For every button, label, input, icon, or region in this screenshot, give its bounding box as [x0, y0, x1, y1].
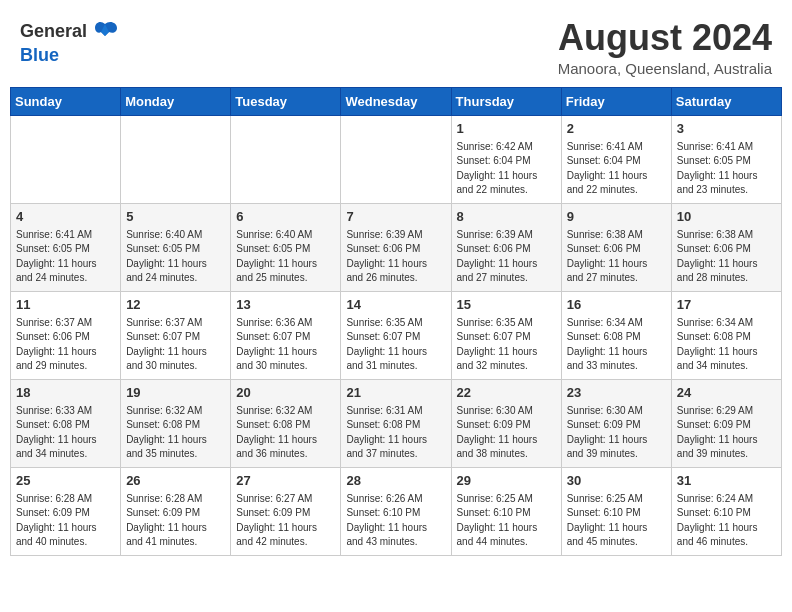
day-number: 27 [236, 472, 335, 490]
day-info: Sunrise: 6:30 AM Sunset: 6:09 PM Dayligh… [457, 404, 556, 462]
calendar-cell: 13Sunrise: 6:36 AM Sunset: 6:07 PM Dayli… [231, 291, 341, 379]
day-info: Sunrise: 6:37 AM Sunset: 6:06 PM Dayligh… [16, 316, 115, 374]
calendar-cell: 31Sunrise: 6:24 AM Sunset: 6:10 PM Dayli… [671, 467, 781, 555]
day-info: Sunrise: 6:41 AM Sunset: 6:04 PM Dayligh… [567, 140, 666, 198]
day-number: 5 [126, 208, 225, 226]
day-info: Sunrise: 6:28 AM Sunset: 6:09 PM Dayligh… [126, 492, 225, 550]
calendar-cell: 18Sunrise: 6:33 AM Sunset: 6:08 PM Dayli… [11, 379, 121, 467]
calendar-cell: 8Sunrise: 6:39 AM Sunset: 6:06 PM Daylig… [451, 203, 561, 291]
calendar-week-row: 1Sunrise: 6:42 AM Sunset: 6:04 PM Daylig… [11, 115, 782, 203]
day-number: 9 [567, 208, 666, 226]
calendar-cell: 22Sunrise: 6:30 AM Sunset: 6:09 PM Dayli… [451, 379, 561, 467]
calendar-cell: 12Sunrise: 6:37 AM Sunset: 6:07 PM Dayli… [121, 291, 231, 379]
logo: General Blue [20, 18, 119, 66]
subtitle: Manoora, Queensland, Australia [558, 60, 772, 77]
day-number: 8 [457, 208, 556, 226]
calendar-cell: 4Sunrise: 6:41 AM Sunset: 6:05 PM Daylig… [11, 203, 121, 291]
calendar-cell: 11Sunrise: 6:37 AM Sunset: 6:06 PM Dayli… [11, 291, 121, 379]
day-number: 15 [457, 296, 556, 314]
calendar-cell [11, 115, 121, 203]
calendar-cell [121, 115, 231, 203]
calendar-cell: 24Sunrise: 6:29 AM Sunset: 6:09 PM Dayli… [671, 379, 781, 467]
day-number: 3 [677, 120, 776, 138]
day-info: Sunrise: 6:42 AM Sunset: 6:04 PM Dayligh… [457, 140, 556, 198]
day-number: 2 [567, 120, 666, 138]
calendar-cell: 7Sunrise: 6:39 AM Sunset: 6:06 PM Daylig… [341, 203, 451, 291]
weekday-header-wednesday: Wednesday [341, 87, 451, 115]
calendar-cell [341, 115, 451, 203]
day-info: Sunrise: 6:35 AM Sunset: 6:07 PM Dayligh… [346, 316, 445, 374]
day-info: Sunrise: 6:32 AM Sunset: 6:08 PM Dayligh… [236, 404, 335, 462]
calendar-cell: 6Sunrise: 6:40 AM Sunset: 6:05 PM Daylig… [231, 203, 341, 291]
calendar-header-row: SundayMondayTuesdayWednesdayThursdayFrid… [11, 87, 782, 115]
day-info: Sunrise: 6:38 AM Sunset: 6:06 PM Dayligh… [677, 228, 776, 286]
day-number: 19 [126, 384, 225, 402]
calendar-cell: 23Sunrise: 6:30 AM Sunset: 6:09 PM Dayli… [561, 379, 671, 467]
day-info: Sunrise: 6:26 AM Sunset: 6:10 PM Dayligh… [346, 492, 445, 550]
day-number: 22 [457, 384, 556, 402]
weekday-header-friday: Friday [561, 87, 671, 115]
calendar-cell: 5Sunrise: 6:40 AM Sunset: 6:05 PM Daylig… [121, 203, 231, 291]
day-info: Sunrise: 6:40 AM Sunset: 6:05 PM Dayligh… [236, 228, 335, 286]
day-number: 23 [567, 384, 666, 402]
calendar-week-row: 4Sunrise: 6:41 AM Sunset: 6:05 PM Daylig… [11, 203, 782, 291]
weekday-header-sunday: Sunday [11, 87, 121, 115]
logo-bird-icon [91, 18, 119, 46]
calendar-cell: 3Sunrise: 6:41 AM Sunset: 6:05 PM Daylig… [671, 115, 781, 203]
day-number: 31 [677, 472, 776, 490]
calendar-cell: 19Sunrise: 6:32 AM Sunset: 6:08 PM Dayli… [121, 379, 231, 467]
day-number: 24 [677, 384, 776, 402]
day-info: Sunrise: 6:25 AM Sunset: 6:10 PM Dayligh… [457, 492, 556, 550]
day-number: 25 [16, 472, 115, 490]
day-info: Sunrise: 6:34 AM Sunset: 6:08 PM Dayligh… [677, 316, 776, 374]
day-number: 4 [16, 208, 115, 226]
day-number: 6 [236, 208, 335, 226]
calendar-cell: 15Sunrise: 6:35 AM Sunset: 6:07 PM Dayli… [451, 291, 561, 379]
day-number: 18 [16, 384, 115, 402]
day-number: 26 [126, 472, 225, 490]
weekday-header-saturday: Saturday [671, 87, 781, 115]
day-info: Sunrise: 6:41 AM Sunset: 6:05 PM Dayligh… [16, 228, 115, 286]
calendar-cell: 25Sunrise: 6:28 AM Sunset: 6:09 PM Dayli… [11, 467, 121, 555]
day-info: Sunrise: 6:28 AM Sunset: 6:09 PM Dayligh… [16, 492, 115, 550]
weekday-header-tuesday: Tuesday [231, 87, 341, 115]
day-number: 28 [346, 472, 445, 490]
day-number: 1 [457, 120, 556, 138]
day-number: 20 [236, 384, 335, 402]
day-info: Sunrise: 6:27 AM Sunset: 6:09 PM Dayligh… [236, 492, 335, 550]
calendar-cell: 16Sunrise: 6:34 AM Sunset: 6:08 PM Dayli… [561, 291, 671, 379]
calendar-week-row: 18Sunrise: 6:33 AM Sunset: 6:08 PM Dayli… [11, 379, 782, 467]
calendar-cell: 1Sunrise: 6:42 AM Sunset: 6:04 PM Daylig… [451, 115, 561, 203]
calendar-table: SundayMondayTuesdayWednesdayThursdayFrid… [10, 87, 782, 556]
day-info: Sunrise: 6:32 AM Sunset: 6:08 PM Dayligh… [126, 404, 225, 462]
day-info: Sunrise: 6:33 AM Sunset: 6:08 PM Dayligh… [16, 404, 115, 462]
calendar-cell: 30Sunrise: 6:25 AM Sunset: 6:10 PM Dayli… [561, 467, 671, 555]
calendar-cell: 29Sunrise: 6:25 AM Sunset: 6:10 PM Dayli… [451, 467, 561, 555]
day-info: Sunrise: 6:24 AM Sunset: 6:10 PM Dayligh… [677, 492, 776, 550]
day-info: Sunrise: 6:39 AM Sunset: 6:06 PM Dayligh… [457, 228, 556, 286]
day-number: 7 [346, 208, 445, 226]
day-info: Sunrise: 6:29 AM Sunset: 6:09 PM Dayligh… [677, 404, 776, 462]
day-number: 17 [677, 296, 776, 314]
calendar-cell: 20Sunrise: 6:32 AM Sunset: 6:08 PM Dayli… [231, 379, 341, 467]
day-number: 21 [346, 384, 445, 402]
calendar-cell: 21Sunrise: 6:31 AM Sunset: 6:08 PM Dayli… [341, 379, 451, 467]
day-info: Sunrise: 6:35 AM Sunset: 6:07 PM Dayligh… [457, 316, 556, 374]
day-number: 12 [126, 296, 225, 314]
day-info: Sunrise: 6:36 AM Sunset: 6:07 PM Dayligh… [236, 316, 335, 374]
calendar-cell: 17Sunrise: 6:34 AM Sunset: 6:08 PM Dayli… [671, 291, 781, 379]
main-title: August 2024 [558, 18, 772, 58]
day-info: Sunrise: 6:41 AM Sunset: 6:05 PM Dayligh… [677, 140, 776, 198]
day-info: Sunrise: 6:37 AM Sunset: 6:07 PM Dayligh… [126, 316, 225, 374]
day-number: 10 [677, 208, 776, 226]
day-number: 29 [457, 472, 556, 490]
calendar-week-row: 25Sunrise: 6:28 AM Sunset: 6:09 PM Dayli… [11, 467, 782, 555]
calendar-cell: 14Sunrise: 6:35 AM Sunset: 6:07 PM Dayli… [341, 291, 451, 379]
day-number: 11 [16, 296, 115, 314]
calendar-cell: 28Sunrise: 6:26 AM Sunset: 6:10 PM Dayli… [341, 467, 451, 555]
calendar-cell: 26Sunrise: 6:28 AM Sunset: 6:09 PM Dayli… [121, 467, 231, 555]
title-section: August 2024 Manoora, Queensland, Austral… [558, 18, 772, 77]
calendar-cell [231, 115, 341, 203]
day-info: Sunrise: 6:38 AM Sunset: 6:06 PM Dayligh… [567, 228, 666, 286]
day-number: 30 [567, 472, 666, 490]
